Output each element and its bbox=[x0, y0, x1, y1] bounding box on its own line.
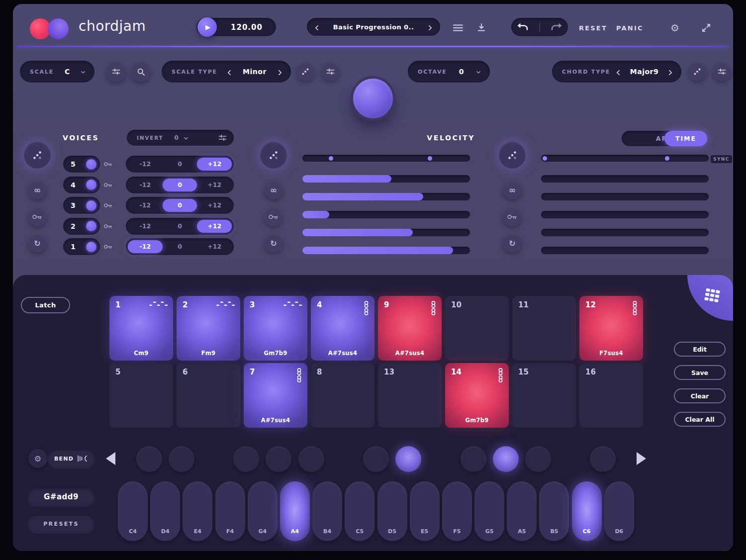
offset-option-zero[interactable]: 0 bbox=[163, 220, 197, 233]
chord-pad-10[interactable]: 10 bbox=[445, 296, 509, 361]
key-icon[interactable] bbox=[103, 244, 113, 250]
voice-toggle[interactable]: 2 bbox=[63, 218, 100, 235]
presets-button[interactable]: PRESETS bbox=[27, 514, 95, 533]
voice-on-indicator[interactable] bbox=[86, 159, 96, 170]
chord-pad-6[interactable]: 6 bbox=[177, 363, 240, 428]
chord-sliders-button[interactable] bbox=[712, 62, 731, 81]
timing-bar-4[interactable] bbox=[541, 229, 709, 236]
offset-option-minus12[interactable]: -12 bbox=[128, 199, 163, 212]
scale-type-next-button[interactable] bbox=[277, 67, 281, 77]
timing-bar-3[interactable] bbox=[541, 211, 709, 218]
timing-random-button[interactable] bbox=[499, 142, 526, 169]
black-key-after-D5[interactable] bbox=[395, 446, 421, 472]
chord-pad-3[interactable]: 3 Gm7b9 bbox=[244, 296, 307, 361]
preset-next-button[interactable] bbox=[427, 22, 431, 32]
chord-pad-14[interactable]: 14 Gm7b9 bbox=[445, 363, 509, 428]
velocity-refresh-button[interactable]: ↻ bbox=[264, 234, 283, 253]
piano-key-D6[interactable]: D6 bbox=[604, 481, 634, 541]
chord-pad-11[interactable]: 11 bbox=[512, 296, 576, 361]
velocity-random-button[interactable] bbox=[260, 142, 287, 169]
octave-selector[interactable]: OCTAVE 0 bbox=[408, 61, 490, 83]
voice-toggle[interactable]: 4 bbox=[63, 177, 100, 193]
voice-toggle[interactable]: 3 bbox=[63, 197, 100, 214]
black-key-after-F5[interactable] bbox=[461, 446, 486, 472]
piano-key-C6[interactable]: C6 bbox=[572, 481, 602, 541]
key-icon[interactable] bbox=[103, 202, 113, 208]
menu-button[interactable] bbox=[453, 24, 464, 34]
offset-option-zero[interactable]: 0 bbox=[163, 179, 197, 191]
chord-pad-12[interactable]: 12 F7sus4 bbox=[579, 296, 643, 361]
offset-option-minus12[interactable]: -12 bbox=[128, 158, 163, 171]
key-icon[interactable] bbox=[103, 223, 113, 229]
piano-key-G4[interactable]: G4 bbox=[248, 481, 278, 541]
scale-detect-button[interactable] bbox=[130, 61, 151, 82]
undo-button[interactable] bbox=[516, 21, 529, 33]
pad-action-clear-all-button[interactable]: Clear All bbox=[674, 412, 726, 427]
piano-key-A5[interactable]: A5 bbox=[507, 481, 537, 541]
bpm-value[interactable]: 120.00 bbox=[219, 23, 274, 32]
resize-button[interactable] bbox=[701, 23, 711, 35]
piano-key-B4[interactable]: B4 bbox=[312, 481, 342, 541]
piano-key-E5[interactable]: E5 bbox=[410, 481, 440, 541]
piano-key-F5[interactable]: F5 bbox=[442, 481, 472, 541]
piano-key-E4[interactable]: E4 bbox=[183, 481, 212, 541]
keyboard-settings-button[interactable]: ⚙ bbox=[28, 449, 47, 468]
chord-pad-13[interactable]: 13 bbox=[378, 363, 442, 428]
sync-toggle[interactable]: SYNC bbox=[711, 155, 732, 163]
preset-name[interactable]: Basic Progression 0.. bbox=[333, 23, 414, 31]
range-handle[interactable] bbox=[329, 156, 333, 161]
offset-option-zero[interactable]: 0 bbox=[163, 199, 197, 212]
timing-bar-5[interactable] bbox=[541, 247, 709, 254]
scale-type-prev-button[interactable] bbox=[228, 67, 232, 77]
offset-option-plus12[interactable]: +12 bbox=[197, 158, 232, 171]
pad-action-edit-button[interactable]: Edit bbox=[674, 342, 726, 357]
timing-infinity-button[interactable]: ∞ bbox=[503, 181, 522, 199]
offset-option-plus12[interactable]: +12 bbox=[197, 179, 232, 191]
piano-key-D5[interactable]: D5 bbox=[377, 481, 407, 541]
scale-sliders-button[interactable] bbox=[105, 61, 126, 82]
offset-option-minus12[interactable]: -12 bbox=[128, 240, 163, 253]
chord-pad-7[interactable]: 7 A#7sus4 bbox=[244, 363, 307, 428]
black-key-after-A4[interactable] bbox=[298, 446, 324, 472]
offset-option-plus12[interactable]: +12 bbox=[197, 240, 232, 253]
timing-range-slider[interactable] bbox=[541, 155, 709, 162]
black-key-after-A5[interactable] bbox=[525, 446, 551, 472]
voice-on-indicator[interactable] bbox=[86, 180, 96, 190]
voice-on-indicator[interactable] bbox=[86, 221, 96, 231]
latch-button[interactable]: Latch bbox=[21, 297, 70, 313]
play-button[interactable]: ▶ bbox=[197, 17, 217, 37]
scale-random-button[interactable] bbox=[296, 62, 315, 81]
range-handle[interactable] bbox=[543, 156, 547, 161]
preset-prev-button[interactable] bbox=[316, 22, 320, 32]
black-key-after-D4[interactable] bbox=[169, 446, 194, 472]
time-option[interactable]: TIME bbox=[664, 131, 707, 146]
key-icon[interactable] bbox=[103, 161, 113, 167]
chord-pad-4[interactable]: 4 A#7sus4 bbox=[311, 296, 374, 361]
offset-option-plus12[interactable]: +12 bbox=[197, 199, 232, 212]
voice-toggle[interactable]: 1 bbox=[63, 238, 100, 255]
bend-toggle[interactable]: BEND bbox=[47, 449, 95, 468]
piano-key-G5[interactable]: G5 bbox=[474, 481, 504, 541]
pad-action-save-button[interactable]: Save bbox=[674, 365, 726, 380]
piano-key-C5[interactable]: C5 bbox=[345, 481, 374, 541]
chord-pad-5[interactable]: 5 bbox=[109, 363, 173, 428]
piano-key-F4[interactable]: F4 bbox=[215, 481, 245, 541]
key-icon[interactable] bbox=[103, 182, 113, 188]
range-handle[interactable] bbox=[428, 156, 432, 161]
piano-key-A4[interactable]: A4 bbox=[280, 481, 310, 541]
velocity-bar-2[interactable] bbox=[302, 193, 470, 200]
pad-grid-view-button[interactable] bbox=[704, 288, 721, 305]
black-key-after-C4[interactable] bbox=[136, 446, 162, 472]
settings-button[interactable]: ⚙ bbox=[670, 22, 679, 34]
pad-action-clear-button[interactable]: Clear bbox=[674, 388, 726, 403]
timing-lock-button[interactable] bbox=[503, 207, 522, 226]
voice-toggle[interactable]: 5 bbox=[63, 156, 100, 173]
black-key-after-G5[interactable] bbox=[493, 446, 519, 472]
voice-on-indicator[interactable] bbox=[86, 242, 96, 252]
timing-refresh-button[interactable]: ↻ bbox=[503, 234, 522, 253]
velocity-bar-5[interactable] bbox=[302, 247, 470, 254]
keyboard-scroll-right-button[interactable] bbox=[637, 452, 646, 465]
chord-type-next-button[interactable] bbox=[667, 67, 671, 77]
reset-button[interactable]: RESET bbox=[579, 24, 607, 32]
chord-pad-15[interactable]: 15 bbox=[512, 363, 576, 428]
